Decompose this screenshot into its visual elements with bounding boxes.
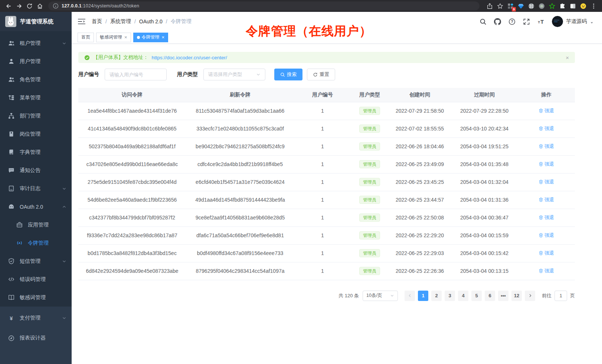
address-bar[interactable]: 127.0.0.1:1024/system/oauth2/token xyxy=(48,1,480,10)
user-menu[interactable]: 芋道源码 xyxy=(552,16,594,27)
success-check-icon xyxy=(84,55,90,60)
cell-access-token: 502375b8040a469a9b82188afdf6af1f xyxy=(78,138,186,155)
cell-access-token: 54d6be82ee5a460a9aedc1f9bf223656 xyxy=(78,191,186,209)
tab-close-icon[interactable]: × xyxy=(162,35,165,40)
pager-ellipsis[interactable]: ••• xyxy=(498,291,508,301)
ext-star-green[interactable] xyxy=(547,1,557,11)
ext-gem[interactable] xyxy=(516,1,526,11)
page-button-1[interactable]: 1 xyxy=(418,291,428,301)
goto-page-input[interactable] xyxy=(554,291,567,301)
cell-access-token: f9336e7c7dd242a283ee98dc86b17a87 xyxy=(78,226,186,244)
ext-puzzle[interactable] xyxy=(557,1,567,11)
sidebar-item-sms[interactable]: 短信管理 xyxy=(0,252,72,270)
alert-close-icon[interactable]: × xyxy=(566,54,569,61)
sidebar-item-report[interactable]: 报表设计器 xyxy=(0,328,72,348)
force-logout-button[interactable]: 强退 xyxy=(539,143,554,150)
user-type-badge: 管理员 xyxy=(359,196,380,204)
sidebar-item-oauth2[interactable]: OAuth 2.0 xyxy=(0,198,72,216)
user-type-select[interactable]: 请选择用户类型 xyxy=(203,69,265,80)
help-button[interactable]: ? xyxy=(508,18,516,25)
annotation-text: 令牌管理（在线用户） xyxy=(246,23,372,40)
search-button[interactable] xyxy=(480,18,487,25)
cell-user-type: 管理员 xyxy=(351,120,389,138)
sidebar-item-oauth2-token[interactable]: A令牌管理 xyxy=(0,234,72,252)
breadcrumb-item[interactable]: OAuth 2.0 xyxy=(139,19,163,24)
page-button-3[interactable]: 3 xyxy=(445,291,455,301)
github-button[interactable] xyxy=(494,18,501,25)
page-button-6[interactable]: 6 xyxy=(485,291,495,301)
sidebar-collapse-icon[interactable] xyxy=(78,17,86,26)
ext-emoji[interactable] xyxy=(578,1,588,11)
username: 芋道源码 xyxy=(566,18,587,25)
force-logout-button[interactable]: 强退 xyxy=(539,161,554,168)
force-logout-button[interactable]: 强退 xyxy=(539,107,554,114)
breadcrumb-separator: / xyxy=(166,19,167,24)
sidebar-item-error-code[interactable]: 错误码管理 xyxy=(0,270,72,288)
force-logout-button[interactable]: 强退 xyxy=(539,250,554,257)
user-id-input[interactable] xyxy=(105,69,167,80)
tab-0[interactable]: 首页 xyxy=(78,33,94,42)
force-logout-button[interactable]: 强退 xyxy=(539,232,554,239)
forward-button[interactable] xyxy=(14,1,24,11)
ext-record[interactable] xyxy=(537,1,546,11)
ext-command[interactable] xyxy=(526,1,536,11)
sidebar-item-notice[interactable]: 通知公告 xyxy=(0,161,72,179)
extension-badge: 9 xyxy=(512,7,516,11)
breadcrumb-item[interactable]: 首页 xyxy=(92,18,102,25)
page-size-select[interactable]: 10条/页 xyxy=(363,291,398,301)
share-button[interactable] xyxy=(485,1,494,11)
sidebar-item-audit-log[interactable]: 审计日志 xyxy=(0,179,72,198)
font-size-button[interactable]: TT xyxy=(537,18,544,25)
cell-action: 强退 xyxy=(518,244,575,262)
sidebar-item-role[interactable]: 角色管理 xyxy=(0,70,72,89)
force-logout-label: 强退 xyxy=(544,214,554,221)
sidebar-item-menu[interactable]: 菜单管理 xyxy=(0,89,72,107)
reset-button[interactable]: 重置 xyxy=(307,69,335,80)
force-logout-label: 强退 xyxy=(544,107,554,114)
sidebar-item-post[interactable]: 岗位管理 xyxy=(0,125,72,143)
ext-reader[interactable] xyxy=(568,1,578,11)
force-logout-button[interactable]: 强退 xyxy=(539,179,554,185)
tab-close-icon[interactable]: × xyxy=(124,35,127,40)
reload-button[interactable] xyxy=(24,1,34,11)
force-logout-button[interactable]: 强退 xyxy=(539,196,554,203)
app-logo-row[interactable]: 芋道管理系统 xyxy=(0,12,72,31)
doc-link[interactable]: https://doc.iocoder.cn/user-center/ xyxy=(152,55,227,60)
sidebar-item-oauth2-app[interactable]: 应用管理 xyxy=(0,216,72,234)
force-logout-button[interactable]: 强退 xyxy=(539,268,554,274)
cell-refresh-token: 49d1aa46d1454fbd87591444423be9fa xyxy=(186,191,294,209)
sidebar-item-pay[interactable]: ¥支付管理 xyxy=(0,308,72,328)
sidebar-item-tenant[interactable]: 租户管理 xyxy=(0,34,72,52)
breadcrumb-item: 令牌管理 xyxy=(171,18,192,25)
search-button[interactable]: 搜索 xyxy=(274,69,302,80)
ext-grid[interactable]: 9 xyxy=(506,1,515,11)
yen-icon: ¥ xyxy=(8,315,14,321)
table-row: 502375b8040a469a9b82188afdf6af1fbe90422b… xyxy=(78,138,575,155)
next-page-button[interactable] xyxy=(525,291,535,301)
openbook-icon xyxy=(8,294,14,301)
fullscreen-button[interactable] xyxy=(523,18,530,25)
force-logout-button[interactable]: 强退 xyxy=(539,125,554,132)
sidebar-item-sensitive-word[interactable]: 敏感词管理 xyxy=(0,288,72,307)
home-button[interactable] xyxy=(35,1,45,11)
sidebar-item-user[interactable]: 用户管理 xyxy=(0,52,72,70)
page-button-5[interactable]: 5 xyxy=(471,291,482,301)
back-button[interactable] xyxy=(4,1,13,11)
page-button-12[interactable]: 12 xyxy=(511,291,522,301)
kebab-menu-button[interactable] xyxy=(589,1,598,11)
star-button[interactable] xyxy=(495,1,505,11)
home-icon xyxy=(37,3,43,9)
tab-1[interactable]: 敏感词管理× xyxy=(96,33,131,42)
broadcast-icon: A xyxy=(16,240,23,246)
force-logout-button[interactable]: 强退 xyxy=(539,214,554,221)
sidebar-item-dept[interactable]: 部门管理 xyxy=(0,107,72,125)
back-icon xyxy=(6,3,12,9)
breadcrumb-item[interactable]: 系统管理 xyxy=(110,18,131,25)
site-info-icon[interactable] xyxy=(53,3,59,9)
prev-page-button[interactable] xyxy=(405,291,415,301)
tab-2[interactable]: 令牌管理× xyxy=(133,33,169,42)
sidebar-item-dict[interactable]: 字典管理 xyxy=(0,143,72,161)
page-size-value: 10条/页 xyxy=(366,292,382,299)
page-button-4[interactable]: 4 xyxy=(458,291,468,301)
page-button-2[interactable]: 2 xyxy=(431,291,442,301)
